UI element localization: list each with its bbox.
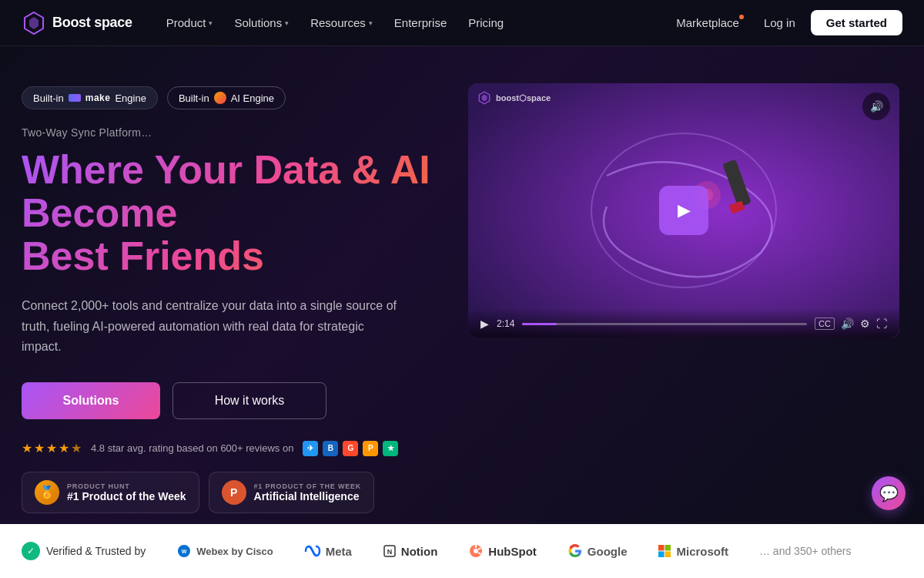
- svg-text:N: N: [387, 548, 393, 556]
- nav-marketplace-link[interactable]: Marketplace: [667, 12, 748, 34]
- verified-check-icon: ✓: [22, 542, 40, 560]
- reviews-row: ★ ★ ★ ★ ★ 4.8 star avg. rating based on …: [22, 441, 437, 456]
- hero-badges: Built-in make Engine Built-in AI Engine: [22, 86, 437, 109]
- award-text-2: #1 PRODUCT OF THE WEEK Artificial Intell…: [254, 482, 362, 502]
- notion-logo: N Notion: [383, 544, 437, 558]
- g2-icon: G: [343, 441, 358, 456]
- get-started-button[interactable]: Get started: [811, 10, 902, 35]
- webex-icon: W: [176, 543, 192, 559]
- make-logo: make: [69, 92, 111, 103]
- make-icon: [69, 94, 81, 102]
- hero-subtitle: Two-Way Sync Platform…: [22, 126, 437, 139]
- star-4: ★: [59, 441, 69, 455]
- login-button[interactable]: Log in: [752, 12, 808, 34]
- svg-rect-19: [658, 545, 665, 551]
- nav-links: Product ▾ Solutions ▾ Resources ▾ Enterp…: [157, 12, 667, 34]
- p-icon: P: [222, 480, 246, 505]
- nav-right: Marketplace Log in Get started: [667, 10, 902, 35]
- brand-name: Boost space: [52, 15, 132, 31]
- svg-rect-20: [665, 545, 671, 551]
- google-icon: [567, 543, 583, 559]
- notion-icon: N: [383, 544, 397, 558]
- microsoft-logo: Microsoft: [658, 544, 728, 558]
- trusted-label: ✓ Verified & Trusted by: [22, 542, 146, 560]
- award-badges: 🏅 PRODUCT HUNT #1 Product of the Week P …: [22, 472, 437, 513]
- star-3: ★: [46, 441, 57, 455]
- chat-bubble-button[interactable]: 💬: [872, 476, 906, 510]
- nav-enterprise[interactable]: Enterprise: [385, 12, 456, 34]
- star-rating: ★ ★ ★ ★ ★: [22, 441, 82, 455]
- ai-icon: [214, 92, 226, 104]
- svg-text:W: W: [182, 549, 187, 554]
- ai-engine-badge[interactable]: Built-in AI Engine: [167, 86, 286, 109]
- hubspot-icon: [468, 543, 484, 559]
- product-hunt-award: 🏅 PRODUCT HUNT #1 Product of the Week: [22, 472, 199, 513]
- video-overlay: ▶: [468, 83, 899, 338]
- svg-rect-21: [658, 552, 665, 558]
- chevron-down-icon: ▾: [285, 19, 289, 27]
- medal-icon: 🏅: [35, 480, 59, 505]
- chevron-down-icon: ▾: [209, 19, 213, 27]
- play-button-large[interactable]: ▶: [659, 186, 708, 235]
- meta-icon: [304, 545, 321, 557]
- capterra-icon: P: [363, 441, 378, 456]
- star-half: ★: [71, 441, 82, 455]
- hero-title: Where Your Data & AI Become Best Friends: [22, 148, 437, 277]
- how-it-works-button[interactable]: How it works: [172, 382, 326, 419]
- hero-right: boost⬡space 🔊 ▶ ▶ 2:14 CC 🔊 ⚙ ⛶: [468, 83, 899, 338]
- notification-dot: [739, 15, 744, 19]
- telegram-icon: ✈: [303, 441, 318, 456]
- star-2: ★: [34, 441, 45, 455]
- hero-buttons: Solutions How it works: [22, 382, 437, 419]
- google-logo: Google: [567, 543, 628, 559]
- hubspot-logo: HubSpot: [468, 543, 536, 559]
- nav-pricing[interactable]: Pricing: [459, 12, 513, 34]
- video-container: boost⬡space 🔊 ▶ ▶ 2:14 CC 🔊 ⚙ ⛶: [468, 83, 899, 338]
- navbar: Boost space Product ▾ Solutions ▾ Resour…: [0, 0, 924, 46]
- chevron-down-icon: ▾: [369, 19, 373, 27]
- make-engine-badge[interactable]: Built-in make Engine: [22, 86, 158, 109]
- microsoft-icon: [658, 544, 671, 558]
- review-text: 4.8 star avg. rating based on 600+ revie…: [91, 442, 293, 454]
- trusted-bar: ✓ Verified & Trusted by W Webex by Cisco…: [0, 524, 924, 578]
- ai-award: P #1 PRODUCT OF THE WEEK Artificial Inte…: [209, 472, 375, 513]
- review-platform-logos: ✈ B G P ★: [303, 441, 398, 456]
- nav-marketplace[interactable]: Marketplace: [667, 12, 748, 34]
- trustpilot-icon: ★: [383, 441, 398, 456]
- brand-logos: W Webex by Cisco Meta N Notion: [176, 543, 902, 559]
- svg-point-15: [474, 549, 478, 553]
- and-others-text: … and 350+ others: [759, 545, 851, 557]
- meta-logo: Meta: [304, 545, 352, 558]
- award-text-1: PRODUCT HUNT #1 Product of the Week: [67, 482, 186, 502]
- svg-rect-22: [665, 552, 671, 558]
- hero-description: Connect 2,000+ tools and centralize your…: [22, 296, 407, 357]
- solutions-button[interactable]: Solutions: [22, 382, 160, 419]
- star-1: ★: [22, 441, 32, 455]
- nav-product[interactable]: Product ▾: [157, 12, 223, 34]
- nav-solutions[interactable]: Solutions ▾: [225, 12, 298, 34]
- hero-left: Built-in make Engine Built-in AI Engine …: [22, 83, 437, 513]
- hero-section: Built-in make Engine Built-in AI Engine …: [0, 46, 924, 532]
- svg-marker-1: [29, 17, 38, 29]
- review-logo-2: B: [323, 441, 338, 456]
- nav-resources[interactable]: Resources ▾: [301, 12, 382, 34]
- logo-link[interactable]: Boost space: [22, 11, 132, 35]
- webex-logo: W Webex by Cisco: [176, 543, 273, 559]
